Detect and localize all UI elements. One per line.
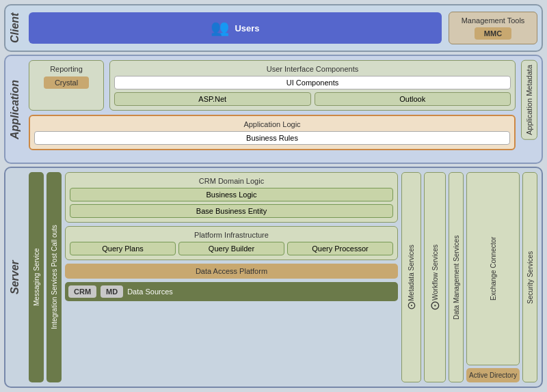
crm-domain-label: CRM Domain Logic [70,177,393,185]
platform-box: Platform Infrastructure Query Plans Quer… [65,226,398,260]
app-top-row: Reporting Crystal User Interface Compone… [29,60,516,111]
ui-comp-row: UI Components [114,76,511,89]
reporting-box: Reporting Crystal [29,60,104,111]
platform-label: Platform Infrastructure [70,231,393,239]
workflow-services-label: Workflow Services [431,244,438,300]
app-metadata-side: Application Metadata [521,60,537,140]
base-business-entity-box: Base Business Entity [70,204,393,218]
business-logic-box: Business Logic [70,188,393,201]
client-content: 👥 Users Management Tools MMC [25,5,542,51]
server-label: Server [5,168,25,387]
ui-comp-sub-row: ASP.Net Outlook [114,92,511,106]
md-badge: MD [101,285,123,298]
messaging-service-box: Messaging Service [29,172,44,382]
client-label: Client [5,5,25,51]
query-builder-box: Query Builder [178,242,284,255]
data-access-box: Data Access Platform [65,264,398,279]
data-sources-label: Data Sources [127,288,173,296]
integration-services-box: Integration Services Post Call outs [46,172,62,382]
metadata-icon: ⊙ [405,301,418,310]
data-sources-box: CRM MD Data Sources [65,282,398,301]
active-directory-label: Active Directory [469,372,517,379]
ui-components-box: User Interface Components UI Components … [109,60,516,111]
ui-components-label: User Interface Components [114,65,511,73]
crm-badge: CRM [68,285,96,298]
security-services-box: Security Services [522,172,537,382]
metadata-services-label: Metadata Services [408,244,415,301]
management-tools-label: Management Tools [462,16,525,25]
application-label: Application [5,56,25,163]
right-side-group: Exchange Connector Active Directory [466,172,520,382]
platform-inner-row: Query Plans Query Builder Query Processo… [70,242,393,255]
application-content: Reporting Crystal User Interface Compone… [25,56,542,163]
client-layer: Client 👥 Users Management Tools MMC [4,4,543,52]
server-main: CRM Domain Logic Business Logic Base Bus… [65,172,398,382]
reporting-label: Reporting [50,65,83,73]
app-main: Reporting Crystal User Interface Compone… [29,60,516,150]
outlook-box: Outlook [315,92,511,106]
asp-net-box: ASP.Net [114,92,311,106]
workflow-services-box: ⊙ Workflow Services [424,172,446,382]
data-management-box: Data Management Services [449,172,464,382]
business-rules-box: Business Rules [34,131,510,145]
users-icon: 👥 [211,19,229,37]
users-box: 👥 Users [29,12,442,44]
application-layer: Application Reporting Crystal User Inter… [4,55,543,164]
server-content: Messaging Service Integration Services P… [25,168,542,387]
crystal-box: Crystal [44,76,89,89]
crm-domain-box: CRM Domain Logic Business Logic Base Bus… [65,172,398,223]
mmc-box: MMC [475,27,511,40]
server-layer: Server Messaging Service Integration Ser… [4,167,543,388]
active-directory-box: Active Directory [466,368,520,382]
server-right-cols: ⊙ Metadata Services ⊙ Workflow Services … [401,172,537,382]
app-logic-label: Application Logic [34,120,510,128]
metadata-services-box: ⊙ Metadata Services [401,172,421,382]
query-processor-box: Query Processor [287,242,393,255]
exchange-connector-box: Exchange Connector [466,172,520,365]
users-label: Users [235,23,259,33]
query-plans-box: Query Plans [70,242,176,255]
workflow-icon: ⊙ [427,300,442,311]
main-container: Client 👥 Users Management Tools MMC Appl… [0,0,547,392]
management-tools-box: Management Tools MMC [449,12,537,44]
server-left-cols: Messaging Service Integration Services P… [29,172,62,382]
app-logic-box: Application Logic Business Rules [29,115,516,150]
